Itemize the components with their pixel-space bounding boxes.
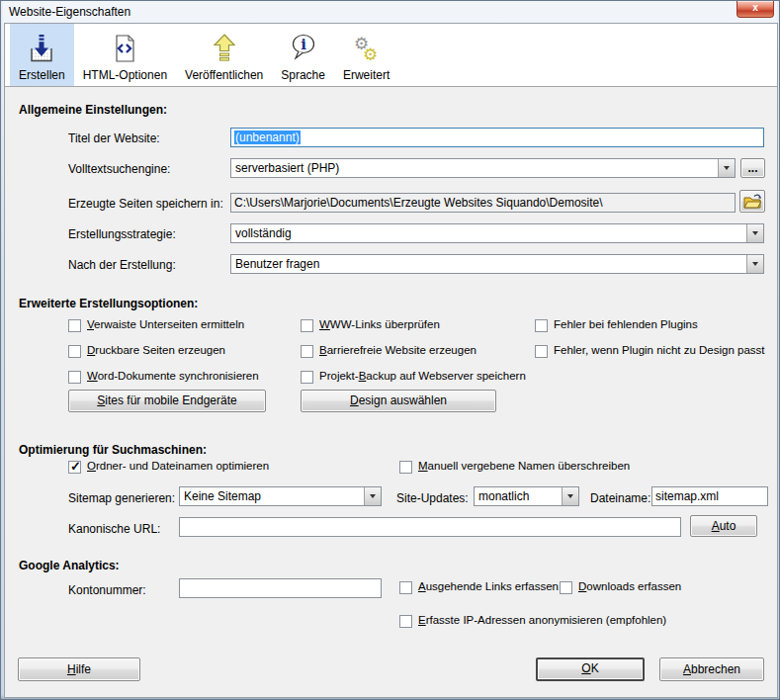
site-updates-select[interactable]: monatlich [474, 486, 579, 506]
checkbox-label: WWW-Links überprüfen [319, 318, 440, 330]
window-title: Website-Eigenschaften [9, 5, 130, 19]
tab-label: Veröffentlichen [185, 68, 263, 82]
engine-browse-button[interactable]: ... [740, 158, 765, 178]
checkbox-label: Druckbare Seiten erzeugen [87, 344, 225, 356]
tab-sprache[interactable]: i Sprache [272, 24, 334, 86]
checkbox-optimize-names[interactable]: Ordner- und Dateinamen optimieren [68, 460, 269, 474]
checkbox-label: Word-Dokumente synchronisieren [87, 370, 259, 382]
checkbox-label: Manuell vergebene Namen überschreiben [418, 460, 630, 472]
category-toolbar: Erstellen HTML-Optionen Ver [5, 24, 777, 87]
after-build-label: Nach der Erstellung: [68, 258, 176, 272]
close-button[interactable]: x [737, 1, 774, 18]
checkbox-outbound-links[interactable]: Ausgehende Links erfassen [399, 580, 559, 594]
after-build-select[interactable]: Benutzer fragen [230, 254, 764, 274]
auto-button[interactable]: Auto [690, 515, 757, 537]
checkbox-icon [68, 371, 81, 384]
checkbox-check-www-links[interactable]: WWW-Links überprüfen [301, 318, 440, 332]
checkbox-icon [535, 345, 548, 358]
checkbox-label: Downloads erfassen [578, 580, 681, 592]
dropdown-button[interactable] [718, 159, 735, 177]
svg-text:i: i [301, 36, 306, 53]
sitemap-select[interactable]: Keine Sitemap [179, 486, 382, 506]
chevron-down-icon [370, 494, 376, 498]
checkbox-orphan-pages[interactable]: Verwaiste Unterseiten ermitteln [68, 318, 244, 332]
chevron-down-icon [752, 231, 758, 235]
checkbox-icon [399, 461, 412, 474]
publish-up-arrow-icon [209, 30, 240, 67]
speech-bubble-info-icon: i [288, 30, 319, 67]
dropdown-button[interactable] [746, 224, 763, 242]
checkbox-overwrite-manual-names[interactable]: Manuell vergebene Namen überschreiben [399, 460, 630, 474]
selected-option: monatlich [478, 488, 529, 504]
dropdown-button[interactable] [746, 255, 763, 273]
build-strategy-label: Erstellungsstrategie: [68, 227, 176, 241]
svg-text:⚙: ⚙ [363, 44, 378, 64]
chevron-down-icon [752, 262, 758, 266]
tab-label: Sprache [281, 68, 325, 82]
chevron-down-icon [724, 166, 730, 170]
canonical-url-label: Kanonische URL: [68, 522, 160, 536]
checkbox-project-backup[interactable]: Projekt-Backup auf Webserver speichern [301, 370, 526, 384]
build-tray-arrow-icon [26, 30, 57, 67]
checkbox-label: Projekt-Backup auf Webserver speichern [319, 370, 526, 382]
build-strategy-select[interactable]: vollständig [230, 223, 764, 243]
checkbox-label: Barrierefreie Website erzeugen [319, 344, 477, 356]
selected-text: (unbenannt) [234, 131, 301, 144]
checkbox-label: Fehler, wenn Plugin nicht zu Design pass… [554, 344, 765, 356]
checkbox-label: Fehler bei fehlenden Plugins [554, 318, 698, 330]
checkbox-icon [68, 319, 81, 332]
checkbox-icon [301, 371, 313, 384]
filename-label: Dateiname: [590, 491, 650, 505]
tab-erstellen[interactable]: Erstellen [10, 24, 74, 86]
sitemap-filename-input[interactable]: sitemap.xml [651, 486, 768, 506]
checkbox-plugin-design-error[interactable]: Fehler, wenn Plugin nicht zu Design pass… [535, 344, 765, 358]
tab-veroeffentlichen[interactable]: Veröffentlichen [176, 24, 272, 86]
checkbox-downloads[interactable]: Downloads erfassen [560, 580, 681, 594]
checkbox-icon [399, 615, 412, 628]
checkbox-missing-plugins-error[interactable]: Fehler bei fehlenden Plugins [535, 318, 698, 332]
dropdown-button[interactable] [562, 487, 578, 505]
mobile-sites-button[interactable]: Sites für mobile Endgeräte [68, 390, 266, 412]
selected-option: Benutzer fragen [235, 256, 319, 272]
selected-option: serverbasiert (PHP) [235, 160, 339, 176]
general-settings-heading: Allgemeine Einstellungen: [19, 103, 167, 117]
account-number-input[interactable] [179, 578, 382, 598]
open-folder-icon [742, 193, 762, 210]
checkbox-icon [535, 319, 548, 332]
tab-label: Erstellen [19, 68, 65, 82]
checkbox-icon [301, 345, 313, 358]
choose-design-button[interactable]: Design auswählen [301, 390, 496, 412]
analytics-heading: Google Analytics: [19, 559, 120, 572]
fulltext-engine-select[interactable]: serverbasiert (PHP) [230, 158, 736, 178]
gears-icon: ⚙ ⚙ [351, 30, 383, 67]
advanced-options-heading: Erweiterte Erstellungsoptionen: [19, 297, 198, 310]
checkbox-label: Ausgehende Links erfassen [418, 580, 559, 592]
checkbox-accessible-website[interactable]: Barrierefreie Website erzeugen [301, 344, 477, 358]
checkbox-icon [560, 581, 572, 594]
dropdown-button[interactable] [364, 487, 381, 505]
website-title-input[interactable]: (unbenannt) [230, 128, 764, 147]
chevron-down-icon [567, 494, 573, 498]
checkbox-icon [301, 319, 313, 332]
selected-option: vollständig [235, 225, 292, 241]
help-button[interactable]: Hilfe [18, 657, 140, 681]
checkbox-label: Erfasste IP-Adressen anonymisieren (empf… [418, 614, 666, 626]
tab-erweitert[interactable]: ⚙ ⚙ Erweitert [334, 24, 398, 86]
site-updates-label: Site-Updates: [396, 491, 469, 505]
tab-html-optionen[interactable]: HTML-Optionen [74, 24, 176, 86]
seo-heading: Optimierung für Suchmaschinen: [19, 443, 207, 457]
selected-option: Keine Sitemap [184, 488, 261, 504]
checkbox-printable-pages[interactable]: Druckbare Seiten erzeugen [68, 344, 225, 358]
ok-button[interactable]: OK [536, 657, 645, 681]
tab-label: HTML-Optionen [83, 68, 167, 82]
checkbox-sync-word-documents[interactable]: Word-Dokumente synchronisieren [68, 370, 259, 384]
cancel-button[interactable]: Abbrechen [659, 657, 764, 681]
fulltext-engine-label: Volltextsuchengine: [68, 162, 170, 176]
checkbox-icon [399, 581, 412, 594]
canonical-url-input[interactable] [179, 517, 681, 537]
tab-label: Erweitert [343, 68, 390, 82]
output-path-label: Erzeugte Seiten speichern in: [68, 197, 223, 211]
checkbox-icon [68, 461, 81, 474]
checkbox-anonymize-ip[interactable]: Erfasste IP-Adressen anonymisieren (empf… [399, 614, 666, 628]
browse-folder-button[interactable] [739, 190, 765, 213]
